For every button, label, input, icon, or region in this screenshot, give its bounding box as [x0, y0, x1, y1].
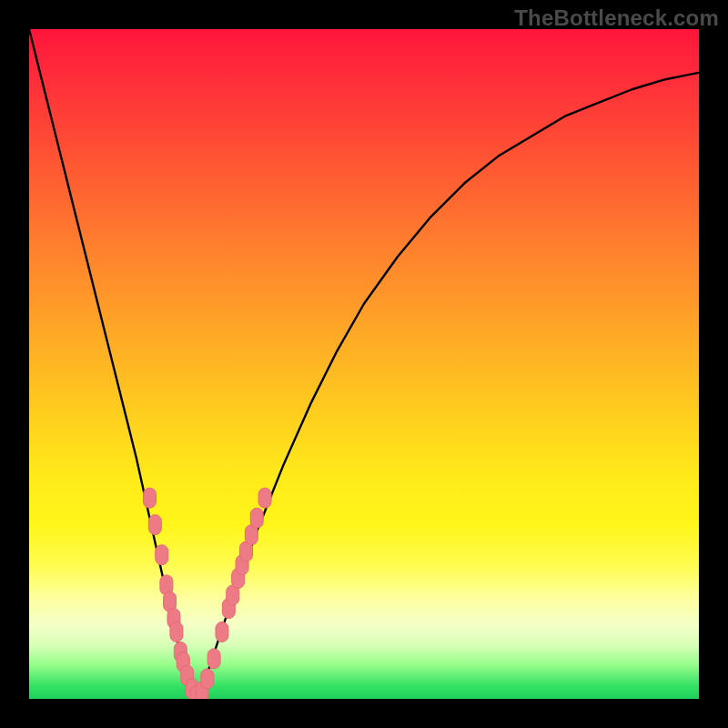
- chart-svg: [29, 29, 699, 699]
- curve-marker: [143, 488, 156, 508]
- curve-marker: [207, 649, 220, 669]
- watermark-text: TheBottleneck.com: [514, 5, 719, 31]
- curve-marker: [201, 669, 214, 689]
- curve-marker: [170, 622, 183, 642]
- curve-marker: [156, 545, 168, 565]
- curve-marker: [250, 508, 263, 528]
- curve-marker: [148, 515, 161, 535]
- plot-area: [29, 29, 699, 699]
- bottleneck-curve: [29, 29, 699, 699]
- curve-markers: [143, 488, 271, 699]
- curve-marker: [216, 622, 228, 642]
- curve-marker: [258, 488, 271, 508]
- chart-frame: TheBottleneck.com: [0, 0, 728, 728]
